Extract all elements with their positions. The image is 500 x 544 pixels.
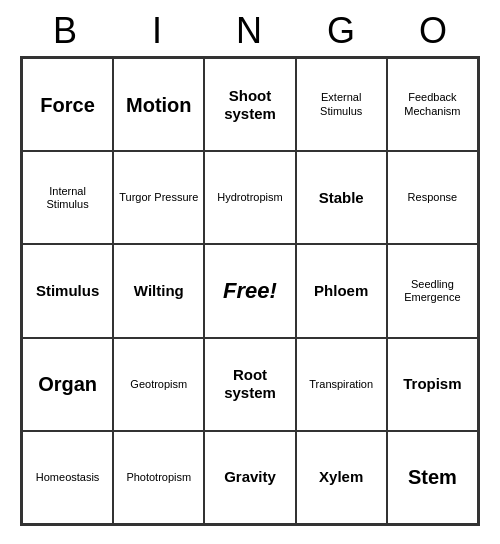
bingo-cell-r3-c0: Organ: [22, 338, 113, 431]
bingo-cell-r2-c1: Wilting: [113, 244, 204, 337]
bingo-cell-r4-c0: Homeostasis: [22, 431, 113, 524]
bingo-cell-r3-c2: Root system: [204, 338, 295, 431]
bingo-cell-r1-c3: Stable: [296, 151, 387, 244]
bingo-grid: ForceMotionShoot systemExternal Stimulus…: [20, 56, 480, 526]
bingo-cell-r2-c2: Free!: [204, 244, 295, 337]
bingo-cell-r3-c3: Transpiration: [296, 338, 387, 431]
bingo-cell-r1-c2: Hydrotropism: [204, 151, 295, 244]
bingo-cell-r2-c3: Phloem: [296, 244, 387, 337]
header-letter-n: N: [204, 10, 296, 52]
bingo-cell-r4-c3: Xylem: [296, 431, 387, 524]
bingo-cell-r0-c4: Feedback Mechanism: [387, 58, 478, 151]
bingo-cell-r0-c2: Shoot system: [204, 58, 295, 151]
bingo-cell-r1-c4: Response: [387, 151, 478, 244]
bingo-cell-r2-c0: Stimulus: [22, 244, 113, 337]
bingo-cell-r4-c4: Stem: [387, 431, 478, 524]
header-letter-b: B: [20, 10, 112, 52]
bingo-header: BINGO: [20, 10, 480, 52]
bingo-cell-r3-c4: Tropism: [387, 338, 478, 431]
bingo-cell-r0-c1: Motion: [113, 58, 204, 151]
bingo-cell-r1-c1: Turgor Pressure: [113, 151, 204, 244]
header-letter-g: G: [296, 10, 388, 52]
bingo-cell-r4-c1: Phototropism: [113, 431, 204, 524]
header-letter-i: I: [112, 10, 204, 52]
bingo-cell-r2-c4: Seedling Emergence: [387, 244, 478, 337]
bingo-cell-r3-c1: Geotropism: [113, 338, 204, 431]
bingo-cell-r4-c2: Gravity: [204, 431, 295, 524]
bingo-cell-r1-c0: Internal Stimulus: [22, 151, 113, 244]
bingo-cell-r0-c3: External Stimulus: [296, 58, 387, 151]
header-letter-o: O: [388, 10, 480, 52]
bingo-cell-r0-c0: Force: [22, 58, 113, 151]
